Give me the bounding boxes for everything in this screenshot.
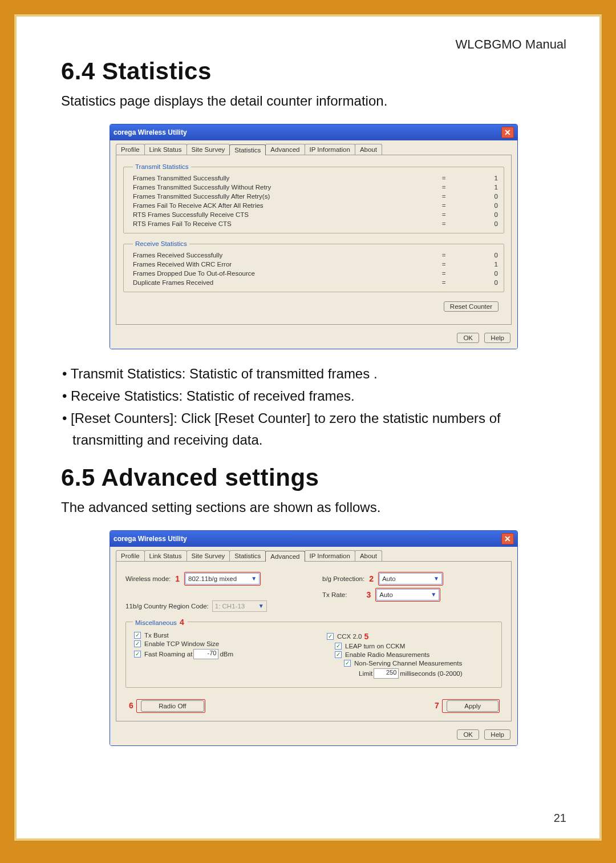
ccx-label: CCX 2.0 [337,633,362,640]
reset-counter-button[interactable]: Reset Counter [444,301,499,312]
callout-3: 3 [366,590,371,599]
nonserving-label: Non-Serving Channel Measurements [354,660,462,667]
stat-value: 0 [458,211,498,218]
ms-label: milliseconds (0-2000) [400,670,462,677]
callout-6: 6 [129,701,133,710]
bg-protection-select[interactable]: Auto ▼ [379,573,442,584]
help-button[interactable]: Help [484,729,510,740]
tab-advanced[interactable]: Advanced [265,144,305,155]
tab-sitesurvey[interactable]: Site Survey [187,550,230,561]
stat-label: Frames Dropped Due To Out-of-Resource [133,270,429,277]
help-button[interactable]: Help [484,333,510,343]
stat-value: 0 [458,279,498,286]
bullet-item: Transmit Statistics: Statistic of transm… [72,363,566,384]
transmit-statistics-group: Transmit Statistics Frames Transmitted S… [123,163,504,233]
radio-off-button[interactable]: Radio Off [141,700,204,712]
tab-advanced[interactable]: Advanced [265,551,305,562]
limit-ms-input[interactable]: 250 [374,668,399,679]
country-code-select: 1: CH1-13 ▼ [212,600,267,612]
stat-value: 1 [458,261,498,268]
ok-button[interactable]: OK [457,729,479,740]
wireless-mode-label: Wireless mode: [125,575,171,582]
close-icon[interactable]: ✕ [501,127,514,138]
stat-value: 0 [458,193,498,200]
radio-meas-checkbox[interactable]: ✓ [335,651,342,658]
tab-ipinfo[interactable]: IP Information [305,550,355,561]
running-head: WLCBGMO Manual [61,37,566,52]
ok-button[interactable]: OK [457,333,479,343]
stat-label: Frames Transmitted Successfully After Re… [133,193,429,200]
ccx-checkbox[interactable]: ✓ [327,633,334,640]
callout-4: 4 [180,618,184,627]
window-title: corega Wireless Utility [114,128,187,136]
select-value: Auto [382,575,396,582]
tab-row: Profile Link Status Site Survey Statisti… [110,140,517,155]
country-code-label: 11b/g Country Region Code: [125,603,209,610]
stat-value: 0 [458,202,498,209]
transmit-legend: Transmit Statistics [133,163,191,170]
section-64-intro: Statistics page displays the detail coun… [61,91,566,111]
fast-roaming-checkbox[interactable]: ✓ [134,651,141,658]
tab-ipinfo[interactable]: IP Information [305,144,355,155]
tab-linkstatus[interactable]: Link Status [144,144,187,155]
stat-label: Frames Fail To Receive ACK After All Ret… [133,202,429,209]
radio-meas-label: Enable Radio Measurements [345,651,429,658]
stat-value: 0 [458,220,498,227]
receive-statistics-group: Receive Statistics Frames Received Succe… [123,240,504,292]
tx-burst-checkbox[interactable]: ✓ [134,632,141,639]
window-title: corega Wireless Utility [114,535,187,543]
fast-roaming-label: Fast Roaming at [144,651,192,658]
stat-label: Frames Transmitted Successfully [133,175,429,182]
tx-burst-label: Tx Burst [144,632,169,639]
receive-legend: Receive Statistics [133,240,189,247]
callout-5: 5 [364,632,368,641]
stat-label: Frames Received With CRC Error [133,261,429,268]
apply-button[interactable]: Apply [447,700,499,712]
callout-2: 2 [369,574,374,583]
select-value: 1: CH1-13 [215,603,245,610]
callout-7: 7 [435,701,439,710]
stat-value: 0 [458,252,498,259]
fast-roaming-dbm-input[interactable]: -70 [193,649,218,659]
select-value: 802.11b/g mixed [188,575,237,582]
tcp-window-checkbox[interactable]: ✓ [134,640,141,647]
tcp-window-label: Enable TCP Window Size [144,640,219,647]
advanced-window: corega Wireless Utility ✕ Profile Link S… [110,530,518,746]
tab-about[interactable]: About [355,550,382,561]
stat-label: Frames Received Successfully [133,252,429,259]
tab-profile[interactable]: Profile [116,550,145,561]
stat-label: RTS Frames Fail To Receive CTS [133,220,429,227]
leap-label: LEAP turn on CCKM [345,643,405,650]
section-64-title: 6.4 Statistics [61,58,566,85]
leap-checkbox[interactable]: ✓ [335,643,342,650]
bullet-item: Receive Statistics: Statistic of receive… [72,385,566,406]
stat-value: 0 [458,270,498,277]
tab-statistics[interactable]: Statistics [229,144,266,155]
stat-value: 1 [458,175,498,182]
chevron-down-icon: ▼ [258,603,264,609]
stat-label: RTS Frames Successfully Receive CTS [133,211,429,218]
tx-rate-select[interactable]: Auto ▼ [376,589,439,600]
limit-label: Limit [359,670,372,677]
select-value: Auto [379,591,393,598]
callout-1: 1 [175,574,180,583]
tab-linkstatus[interactable]: Link Status [144,550,187,561]
tab-about[interactable]: About [355,144,382,155]
tx-rate-label: Tx Rate: [322,591,347,598]
tab-profile[interactable]: Profile [116,144,145,155]
nonserving-checkbox[interactable]: ✓ [344,660,351,667]
stat-label: Frames Transmitted Successfully Without … [133,184,429,191]
bullet-item: [Reset Counters]: Click [Reset Counter] … [72,408,566,450]
section-65-title: 6.5 Advanced settings [61,464,566,491]
wireless-mode-select[interactable]: 802.11b/g mixed ▼ [185,573,260,584]
page-number: 21 [554,812,566,825]
tab-statistics[interactable]: Statistics [229,550,266,561]
tab-row: Profile Link Status Site Survey Statisti… [110,547,517,561]
dbm-label: dBm [220,651,233,658]
close-icon[interactable]: ✕ [501,533,514,545]
section-64-bullets: Transmit Statistics: Statistic of transm… [62,363,566,450]
miscellaneous-group: Miscellaneous 4 ✓ Tx Burst ✓ [125,618,502,688]
tab-sitesurvey[interactable]: Site Survey [187,144,230,155]
stat-label: Duplicate Frames Received [133,279,429,286]
stat-value: 1 [458,184,498,191]
